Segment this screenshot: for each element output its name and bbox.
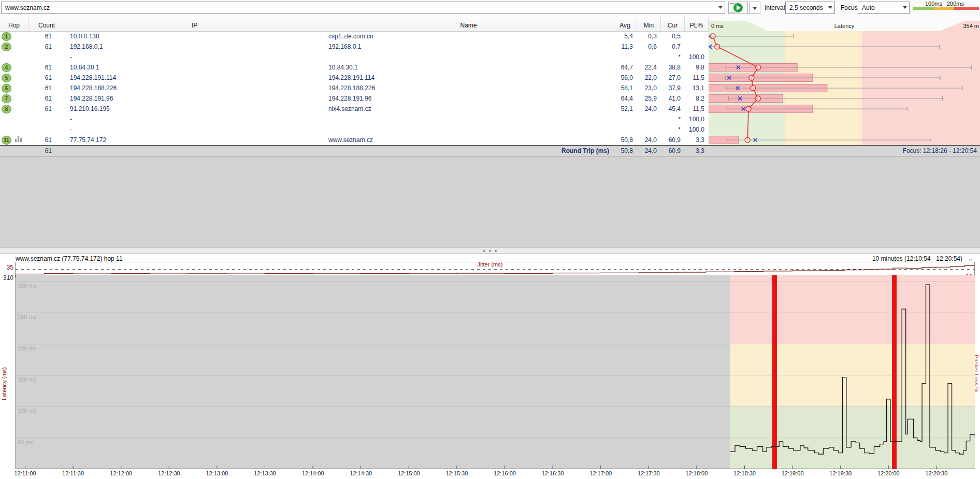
cell-hop: 4 (0, 62, 28, 73)
cell-cur: 27,0 (661, 73, 681, 83)
cell-count (28, 114, 52, 124)
hop-number-badge: 5 (2, 74, 11, 82)
start-trace-dropdown-button[interactable] (749, 2, 760, 14)
time-axis-label: 12:12:00 (110, 470, 132, 476)
cell-avg: 58,1 (613, 83, 633, 93)
cell-pl: 13,1 (685, 83, 704, 93)
latency-scale-top-label: 310 (0, 274, 13, 281)
col-header-name[interactable]: Name (324, 16, 613, 31)
hop-latency-graph (709, 31, 980, 145)
cell-avg: 5,4 (613, 31, 633, 41)
roundtrip-cur: 60,9 (661, 146, 681, 156)
cell-pl: 11,5 (685, 104, 704, 114)
cell-name: 192.168.0.1 (328, 41, 608, 52)
cell-hop: 11 (0, 135, 28, 145)
cell-avg: 52,1 (613, 104, 633, 114)
cell-hop (0, 124, 28, 135)
time-axis-label: 12:17:00 (589, 470, 612, 476)
cell-cur: 60,9 (661, 135, 681, 145)
round-trip-row: 61 Round Trip (ms) 50,8 24,0 60,9 3,3 Fo… (0, 145, 980, 156)
chevron-down-icon (753, 7, 757, 10)
cell-name: 194.228.188.226 (328, 83, 608, 93)
cell-name: 10.84.30.1 (328, 62, 608, 73)
cell-min: 24,0 (637, 135, 657, 145)
cell-min: 0,3 (637, 31, 657, 41)
col-header-avg[interactable]: Avg (613, 16, 637, 31)
focus-value: Auto (862, 4, 875, 11)
hop-number-badge: 6 (2, 84, 11, 93)
cell-count: 61 (28, 83, 52, 93)
start-trace-button[interactable] (728, 2, 748, 14)
focus-ring (730, 3, 746, 12)
cell-pl: 100,0 (685, 52, 704, 62)
time-axis-label: 12:13:30 (254, 470, 276, 476)
legend-red-swatch (954, 7, 979, 10)
col-header-ip[interactable]: IP (65, 16, 324, 31)
cell-cur: 0,7 (661, 41, 681, 52)
time-axis-label: 12:11:00 (15, 470, 36, 476)
focus-range-label: Focus: 12:18:26 - 12:20:54 (808, 146, 977, 156)
cell-cur: 37,9 (661, 83, 681, 93)
cell-hop: 2 (0, 41, 28, 52)
cell-count: 61 (28, 73, 52, 83)
cell-cur: * (661, 114, 681, 124)
cell-min (637, 114, 657, 124)
time-axis-label: 12:18:30 (733, 470, 756, 476)
trace-table-header: Hop Count IP Name Avg Min Cur PL% 0 ms L… (0, 16, 980, 32)
cell-hop: 6 (0, 83, 28, 93)
chevron-down-icon[interactable] (903, 6, 907, 9)
focus-combobox[interactable]: Auto (858, 2, 910, 14)
time-range-selector[interactable]: 10 minutes (12:10:54 - 12:20:54) (872, 255, 962, 262)
cell-cur: * (661, 124, 681, 135)
focus-label: Focus (841, 4, 858, 11)
latency-scale-max: 354 m (963, 23, 979, 29)
cell-pl (685, 41, 704, 52)
time-axis-label: 12:11:30 (62, 470, 84, 476)
time-graph-pane: www.seznam.cz (77.75.74.172) hop 11 10 m… (0, 253, 980, 479)
time-axis-label: 12:15:00 (398, 470, 420, 476)
col-header-pl[interactable]: PL% (685, 16, 709, 31)
bar-chart-icon (15, 136, 22, 142)
col-header-min[interactable]: Min (637, 16, 661, 31)
time-axis-label: 12:12:30 (158, 470, 180, 476)
cell-name: 194.228.191.96 (328, 93, 608, 104)
jitter-scale-label: 35 (0, 264, 13, 271)
cell-cur: 0,5 (661, 31, 681, 41)
hop-number-badge: 1 (2, 32, 11, 41)
cell-cur: 41,0 (661, 93, 681, 104)
cell-avg (613, 114, 633, 124)
cell-min: 25,9 (637, 93, 657, 104)
chevron-down-icon[interactable] (718, 6, 723, 9)
hop-number-badge: 7 (2, 94, 11, 103)
jitter-graph (16, 262, 974, 276)
time-plot[interactable] (16, 275, 975, 469)
chevron-down-icon[interactable]: ⌄ (968, 254, 974, 262)
cell-ip: 77.75.74.172 (70, 135, 319, 145)
time-axis-label: 12:20:30 (925, 470, 947, 476)
target-address-value: www.seznam.cz (5, 4, 50, 11)
cell-hop: 5 (0, 73, 28, 83)
roundtrip-count: 61 (28, 146, 52, 156)
cell-name: www.seznam.cz (328, 135, 608, 145)
time-plot-svg (16, 275, 975, 469)
time-axis-label: 12:19:00 (782, 470, 804, 476)
cell-ip: 192.168.0.1 (70, 41, 319, 52)
cell-avg: 64,4 (613, 93, 633, 104)
chevron-down-icon[interactable] (828, 6, 832, 9)
cell-avg: 50,8 (613, 135, 633, 145)
cell-count: 61 (28, 62, 52, 73)
col-header-cur[interactable]: Cur (661, 16, 685, 31)
hop-number-badge: 2 (2, 43, 11, 51)
col-header-latency[interactable]: 0 ms Latency 354 m (709, 16, 980, 31)
cell-pl: 8,2 (685, 93, 704, 104)
col-header-hop[interactable]: Hop (0, 16, 28, 31)
time-axis-label: 12:16:00 (494, 470, 516, 476)
time-axis-label: 12:15:30 (445, 470, 468, 476)
interval-combobox[interactable]: 2,5 seconds (785, 2, 835, 14)
col-header-count[interactable]: Count (28, 16, 65, 31)
target-address-combobox[interactable]: www.seznam.cz (1, 2, 725, 14)
cell-name (328, 114, 608, 124)
cell-ip: 10.84.30.1 (70, 62, 319, 73)
latency-axis-title: Latency (ms) (1, 316, 7, 451)
cell-ip: - (70, 124, 319, 135)
